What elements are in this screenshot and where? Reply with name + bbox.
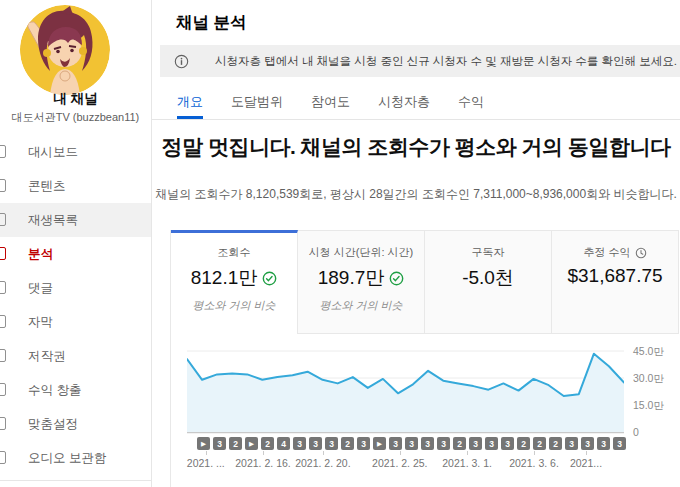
metric-card-watch-time[interactable]: 시청 시간(단위: 시간)189.7만평소와 거의 비슷 [298, 230, 425, 334]
metric-value: 189.7만 [298, 265, 424, 291]
x-axis-tick [263, 451, 264, 455]
video-count-marker[interactable]: 3 [213, 437, 226, 450]
sidebar-item-label: 오디오 보관함 [28, 450, 106, 467]
video-count-marker[interactable]: 3 [405, 437, 418, 450]
play-icon: ▶ [201, 440, 206, 448]
video-count-marker[interactable]: 3 [469, 437, 482, 450]
sidebar-item-label: 대시보드 [28, 144, 78, 161]
video-count-marker[interactable]: 4 [277, 437, 290, 450]
video-count-marker[interactable]: 3 [565, 437, 578, 450]
x-axis-label: 2021. 2. 20. [295, 457, 350, 469]
tab-engagement[interactable]: 참여도 [311, 85, 350, 119]
metric-value: -5.0천 [425, 265, 551, 291]
views-chart: 45.0만30.0만15.0만0▶32▶2433323▶333323332223… [171, 334, 680, 487]
subtitles-icon [0, 315, 6, 328]
sidebar-divider [0, 480, 152, 481]
video-count-marker[interactable]: 3 [613, 437, 626, 450]
sidebar-item-monetization[interactable]: 수익 창출 [0, 373, 151, 407]
sidebar-item-dashboard[interactable]: 대시보드 [0, 135, 151, 169]
video-count-marker[interactable]: 2 [549, 437, 562, 450]
sidebar-item-label: 저작권 [28, 348, 66, 365]
sidebar-item-label: 콘텐츠 [28, 178, 66, 195]
sidebar-item-customization[interactable]: 맞춤설정 [0, 407, 151, 441]
video-count-marker[interactable]: 3 [437, 437, 450, 450]
video-count-marker[interactable]: 3 [325, 437, 338, 450]
x-axis-tick [534, 451, 535, 455]
sidebar-menu: 대시보드콘텐츠재생목록분석댓글자막저작권수익 창출맞춤설정오디오 보관함 [0, 135, 151, 475]
metric-label: 시청 시간(단위: 시간) [298, 245, 424, 260]
metric-value: $31,687.75 [552, 265, 678, 287]
video-play-marker[interactable]: ▶ [373, 437, 386, 450]
video-count-marker[interactable]: 3 [581, 437, 594, 450]
x-axis-tick [323, 451, 324, 455]
video-count-marker[interactable]: 3 [421, 437, 434, 450]
play-icon: ▶ [377, 440, 382, 448]
overview-card: 조회수812.1만평소와 거의 비슷시청 시간(단위: 시간)189.7만평소와… [170, 230, 680, 487]
video-count-marker[interactable]: 3 [309, 437, 322, 450]
video-count-marker[interactable]: 3 [485, 437, 498, 450]
video-count-marker[interactable]: 2 [533, 437, 546, 450]
sidebar-item-comments[interactable]: 댓글 [0, 271, 151, 305]
page-title: 채널 분석 [176, 12, 247, 34]
x-axis-label: 2021... [570, 457, 602, 469]
audio-library-icon [0, 451, 6, 464]
views-line-chart[interactable] [187, 345, 624, 437]
video-count-marker[interactable]: 2 [261, 437, 274, 450]
main-content: 채널 분석 시청자층 탭에서 내 채널을 시청 중인 신규 시청자 수 및 재방… [152, 0, 680, 487]
metric-label: 조회수 [171, 245, 297, 260]
x-axis-label: 2021. 2. 25. [372, 457, 427, 469]
metric-card-subscribers[interactable]: 구독자-5.0천 [425, 230, 552, 334]
customization-icon [0, 417, 6, 430]
sidebar-item-analytics[interactable]: 분석 [0, 237, 151, 271]
video-count-marker[interactable]: 2 [517, 437, 530, 450]
metric-label: 구독자 [425, 245, 551, 260]
summary-headline: 정말 멋집니다. 채널의 조회수가 평소와 거의 동일합니다 [152, 133, 680, 161]
info-banner: 시청자층 탭에서 내 채널을 시청 중인 신규 시청자 수 및 재방문 시청자 … [160, 45, 680, 77]
sidebar-item-label: 재생목록 [28, 212, 78, 229]
video-count-marker[interactable]: 2 [453, 437, 466, 450]
monetization-icon [0, 383, 6, 396]
sidebar-item-audio-library[interactable]: 오디오 보관함 [0, 441, 151, 475]
metric-note: 평소와 거의 비슷 [298, 298, 424, 313]
y-axis-label: 15.0만 [633, 399, 664, 413]
y-axis-label: 0 [633, 426, 639, 438]
video-play-marker[interactable]: ▶ [197, 437, 210, 450]
metric-value: 812.1만 [171, 265, 297, 291]
video-play-marker[interactable]: ▶ [245, 437, 258, 450]
dashboard-icon [0, 145, 6, 158]
x-axis-tick [400, 451, 401, 455]
video-count-marker[interactable]: 3 [501, 437, 514, 450]
video-count-marker[interactable]: 3 [357, 437, 370, 450]
metric-card-revenue[interactable]: 추정 수익$31,687.75 [552, 230, 679, 334]
tab-revenue[interactable]: 수익 [458, 85, 484, 119]
x-axis: 2021. ...2021. 2. 16.2021. 2. 20.2021. 2… [187, 451, 624, 473]
metric-note: 평소와 거의 비슷 [171, 298, 297, 313]
sidebar-item-subtitles[interactable]: 자막 [0, 305, 151, 339]
sidebar-item-copyright[interactable]: 저작권 [0, 339, 151, 373]
metric-label: 추정 수익 [552, 245, 678, 260]
analytics-icon [0, 247, 6, 260]
x-axis-label: 2021. 3. 1. [442, 457, 492, 469]
copyright-icon [0, 349, 6, 362]
x-axis-label: 2021. ... [187, 457, 225, 469]
x-axis-tick [467, 451, 468, 455]
tab-reach[interactable]: 도달범위 [231, 85, 283, 119]
channel-name: 대도서관TV (buzzbean11) [0, 110, 151, 125]
video-count-marker[interactable]: 3 [293, 437, 306, 450]
sidebar-item-content[interactable]: 콘텐츠 [0, 169, 151, 203]
x-axis-label: 2021. 3. 6. [509, 457, 559, 469]
sidebar-item-playlists[interactable]: 재생목록 [0, 203, 151, 237]
metric-card-views[interactable]: 조회수812.1만평소와 거의 비슷 [171, 230, 298, 334]
y-axis-label: 30.0만 [633, 372, 664, 386]
video-count-marker[interactable]: 2 [341, 437, 354, 450]
video-marker-row: ▶32▶2433323▶333323332223333 [197, 437, 626, 450]
check-circle-icon [262, 271, 277, 286]
video-count-marker[interactable]: 3 [389, 437, 402, 450]
tab-overview[interactable]: 개요 [177, 85, 203, 119]
channel-avatar[interactable] [20, 5, 110, 95]
banner-text: 시청자층 탭에서 내 채널을 시청 중인 신규 시청자 수 및 재방문 시청자 … [215, 54, 677, 69]
video-count-marker[interactable]: 3 [597, 437, 610, 450]
tab-audience[interactable]: 시청자층 [378, 85, 430, 119]
video-count-marker[interactable]: 2 [229, 437, 242, 450]
my-channel-label: 내 채널 [0, 90, 151, 108]
